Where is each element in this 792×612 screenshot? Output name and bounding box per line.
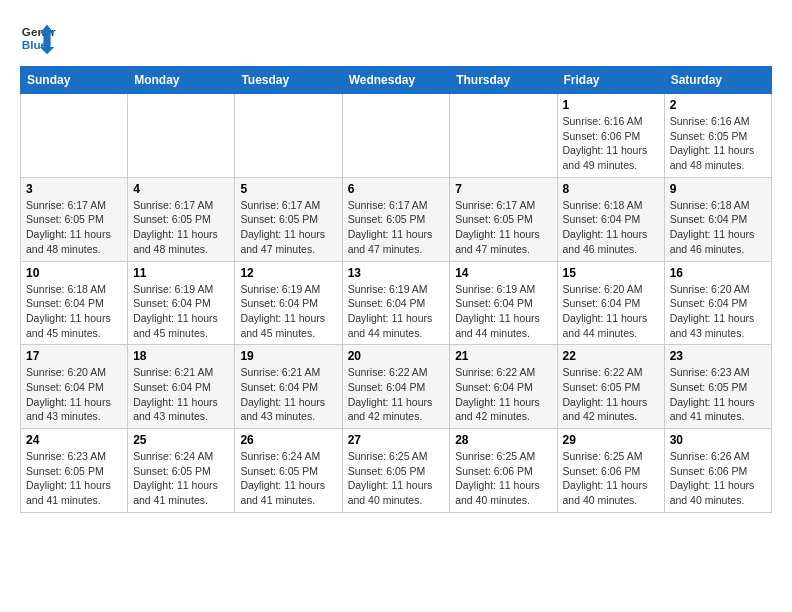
calendar-cell: 28Sunrise: 6:25 AMSunset: 6:06 PMDayligh…: [450, 429, 557, 513]
calendar-week-row: 1Sunrise: 6:16 AMSunset: 6:06 PMDaylight…: [21, 94, 772, 178]
day-number: 21: [455, 349, 551, 363]
day-info: Sunrise: 6:17 AMSunset: 6:05 PMDaylight:…: [26, 198, 122, 257]
calendar-cell: 24Sunrise: 6:23 AMSunset: 6:05 PMDayligh…: [21, 429, 128, 513]
day-info: Sunrise: 6:19 AMSunset: 6:04 PMDaylight:…: [133, 282, 229, 341]
day-info: Sunrise: 6:26 AMSunset: 6:06 PMDaylight:…: [670, 449, 766, 508]
day-number: 18: [133, 349, 229, 363]
calendar-cell: 25Sunrise: 6:24 AMSunset: 6:05 PMDayligh…: [128, 429, 235, 513]
day-number: 24: [26, 433, 122, 447]
weekday-header: Monday: [128, 67, 235, 94]
calendar-cell: 29Sunrise: 6:25 AMSunset: 6:06 PMDayligh…: [557, 429, 664, 513]
day-info: Sunrise: 6:25 AMSunset: 6:06 PMDaylight:…: [563, 449, 659, 508]
day-number: 11: [133, 266, 229, 280]
day-number: 9: [670, 182, 766, 196]
calendar-cell: 10Sunrise: 6:18 AMSunset: 6:04 PMDayligh…: [21, 261, 128, 345]
calendar-cell: 20Sunrise: 6:22 AMSunset: 6:04 PMDayligh…: [342, 345, 450, 429]
calendar-cell: 5Sunrise: 6:17 AMSunset: 6:05 PMDaylight…: [235, 177, 342, 261]
day-number: 14: [455, 266, 551, 280]
day-info: Sunrise: 6:18 AMSunset: 6:04 PMDaylight:…: [670, 198, 766, 257]
day-info: Sunrise: 6:22 AMSunset: 6:04 PMDaylight:…: [348, 365, 445, 424]
day-number: 25: [133, 433, 229, 447]
calendar-cell: 13Sunrise: 6:19 AMSunset: 6:04 PMDayligh…: [342, 261, 450, 345]
day-info: Sunrise: 6:17 AMSunset: 6:05 PMDaylight:…: [348, 198, 445, 257]
day-info: Sunrise: 6:23 AMSunset: 6:05 PMDaylight:…: [26, 449, 122, 508]
day-info: Sunrise: 6:24 AMSunset: 6:05 PMDaylight:…: [133, 449, 229, 508]
calendar-cell: 4Sunrise: 6:17 AMSunset: 6:05 PMDaylight…: [128, 177, 235, 261]
calendar-cell: 22Sunrise: 6:22 AMSunset: 6:05 PMDayligh…: [557, 345, 664, 429]
day-info: Sunrise: 6:17 AMSunset: 6:05 PMDaylight:…: [455, 198, 551, 257]
calendar-cell: 15Sunrise: 6:20 AMSunset: 6:04 PMDayligh…: [557, 261, 664, 345]
day-number: 4: [133, 182, 229, 196]
calendar-cell: 6Sunrise: 6:17 AMSunset: 6:05 PMDaylight…: [342, 177, 450, 261]
weekday-header: Tuesday: [235, 67, 342, 94]
calendar-table: SundayMondayTuesdayWednesdayThursdayFrid…: [20, 66, 772, 513]
day-number: 28: [455, 433, 551, 447]
calendar-cell: 30Sunrise: 6:26 AMSunset: 6:06 PMDayligh…: [664, 429, 771, 513]
day-number: 19: [240, 349, 336, 363]
calendar-cell: 26Sunrise: 6:24 AMSunset: 6:05 PMDayligh…: [235, 429, 342, 513]
calendar-cell: 16Sunrise: 6:20 AMSunset: 6:04 PMDayligh…: [664, 261, 771, 345]
day-info: Sunrise: 6:16 AMSunset: 6:06 PMDaylight:…: [563, 114, 659, 173]
day-info: Sunrise: 6:19 AMSunset: 6:04 PMDaylight:…: [455, 282, 551, 341]
calendar-cell: 7Sunrise: 6:17 AMSunset: 6:05 PMDaylight…: [450, 177, 557, 261]
logo: General Blue: [20, 20, 56, 56]
calendar-cell: 3Sunrise: 6:17 AMSunset: 6:05 PMDaylight…: [21, 177, 128, 261]
day-info: Sunrise: 6:21 AMSunset: 6:04 PMDaylight:…: [133, 365, 229, 424]
calendar-cell: 17Sunrise: 6:20 AMSunset: 6:04 PMDayligh…: [21, 345, 128, 429]
calendar-cell: 27Sunrise: 6:25 AMSunset: 6:05 PMDayligh…: [342, 429, 450, 513]
day-number: 22: [563, 349, 659, 363]
calendar-cell: 23Sunrise: 6:23 AMSunset: 6:05 PMDayligh…: [664, 345, 771, 429]
calendar-cell: [235, 94, 342, 178]
calendar-cell: 2Sunrise: 6:16 AMSunset: 6:05 PMDaylight…: [664, 94, 771, 178]
calendar-week-row: 24Sunrise: 6:23 AMSunset: 6:05 PMDayligh…: [21, 429, 772, 513]
calendar-cell: [342, 94, 450, 178]
day-info: Sunrise: 6:21 AMSunset: 6:04 PMDaylight:…: [240, 365, 336, 424]
calendar-cell: [450, 94, 557, 178]
weekday-header: Thursday: [450, 67, 557, 94]
day-info: Sunrise: 6:24 AMSunset: 6:05 PMDaylight:…: [240, 449, 336, 508]
day-number: 20: [348, 349, 445, 363]
day-info: Sunrise: 6:18 AMSunset: 6:04 PMDaylight:…: [563, 198, 659, 257]
calendar-cell: 8Sunrise: 6:18 AMSunset: 6:04 PMDaylight…: [557, 177, 664, 261]
day-number: 10: [26, 266, 122, 280]
day-info: Sunrise: 6:22 AMSunset: 6:04 PMDaylight:…: [455, 365, 551, 424]
calendar-header-row: SundayMondayTuesdayWednesdayThursdayFrid…: [21, 67, 772, 94]
day-info: Sunrise: 6:18 AMSunset: 6:04 PMDaylight:…: [26, 282, 122, 341]
calendar-cell: 21Sunrise: 6:22 AMSunset: 6:04 PMDayligh…: [450, 345, 557, 429]
calendar-week-row: 3Sunrise: 6:17 AMSunset: 6:05 PMDaylight…: [21, 177, 772, 261]
day-number: 17: [26, 349, 122, 363]
day-info: Sunrise: 6:19 AMSunset: 6:04 PMDaylight:…: [348, 282, 445, 341]
calendar-cell: 12Sunrise: 6:19 AMSunset: 6:04 PMDayligh…: [235, 261, 342, 345]
day-number: 27: [348, 433, 445, 447]
calendar-cell: 18Sunrise: 6:21 AMSunset: 6:04 PMDayligh…: [128, 345, 235, 429]
day-number: 30: [670, 433, 766, 447]
day-info: Sunrise: 6:22 AMSunset: 6:05 PMDaylight:…: [563, 365, 659, 424]
day-number: 8: [563, 182, 659, 196]
day-info: Sunrise: 6:16 AMSunset: 6:05 PMDaylight:…: [670, 114, 766, 173]
day-info: Sunrise: 6:20 AMSunset: 6:04 PMDaylight:…: [670, 282, 766, 341]
day-info: Sunrise: 6:25 AMSunset: 6:06 PMDaylight:…: [455, 449, 551, 508]
day-number: 23: [670, 349, 766, 363]
day-number: 13: [348, 266, 445, 280]
day-number: 12: [240, 266, 336, 280]
day-number: 1: [563, 98, 659, 112]
calendar-week-row: 17Sunrise: 6:20 AMSunset: 6:04 PMDayligh…: [21, 345, 772, 429]
day-info: Sunrise: 6:20 AMSunset: 6:04 PMDaylight:…: [26, 365, 122, 424]
logo-icon: General Blue: [20, 20, 56, 56]
day-number: 7: [455, 182, 551, 196]
day-info: Sunrise: 6:19 AMSunset: 6:04 PMDaylight:…: [240, 282, 336, 341]
calendar-week-row: 10Sunrise: 6:18 AMSunset: 6:04 PMDayligh…: [21, 261, 772, 345]
day-number: 15: [563, 266, 659, 280]
day-number: 5: [240, 182, 336, 196]
calendar-cell: 1Sunrise: 6:16 AMSunset: 6:06 PMDaylight…: [557, 94, 664, 178]
day-number: 2: [670, 98, 766, 112]
weekday-header: Wednesday: [342, 67, 450, 94]
day-number: 6: [348, 182, 445, 196]
calendar-cell: 9Sunrise: 6:18 AMSunset: 6:04 PMDaylight…: [664, 177, 771, 261]
weekday-header: Saturday: [664, 67, 771, 94]
day-info: Sunrise: 6:20 AMSunset: 6:04 PMDaylight:…: [563, 282, 659, 341]
page-header: General Blue: [20, 20, 772, 56]
day-info: Sunrise: 6:17 AMSunset: 6:05 PMDaylight:…: [240, 198, 336, 257]
calendar-body: 1Sunrise: 6:16 AMSunset: 6:06 PMDaylight…: [21, 94, 772, 513]
day-number: 3: [26, 182, 122, 196]
